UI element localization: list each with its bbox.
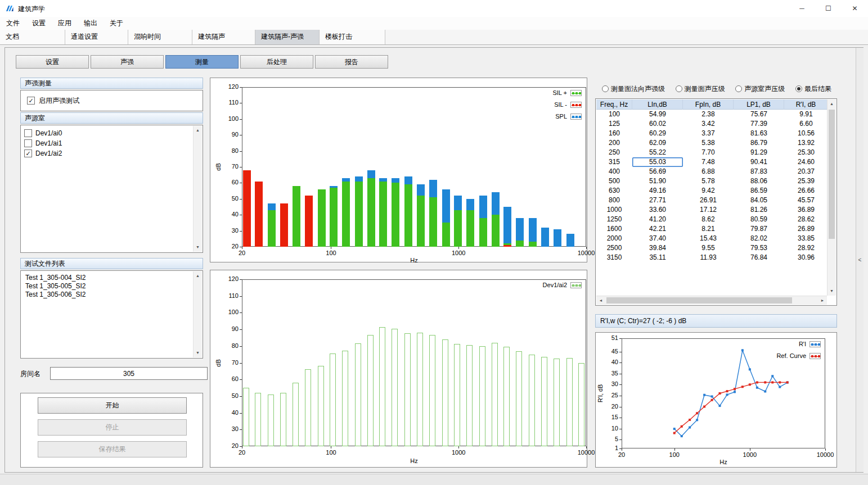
table-cell[interactable]: 8.62 — [683, 215, 734, 224]
channel-item[interactable]: Dev1/ai0 — [21, 128, 203, 138]
tab-floor-impact[interactable]: 楼板打击 — [320, 30, 385, 44]
room-name-input[interactable] — [50, 367, 208, 380]
table-cell[interactable]: 28.92 — [784, 243, 827, 253]
table-cell[interactable]: 54.99 — [632, 110, 683, 119]
table-cell[interactable]: 45.57 — [784, 196, 827, 205]
table-cell[interactable]: 51.90 — [632, 176, 683, 186]
subtab-intensity[interactable]: 声强 — [91, 55, 164, 69]
table-cell[interactable]: 8.21 — [683, 224, 734, 234]
panel-splitter[interactable]: < — [856, 48, 863, 472]
table-cell[interactable]: 77.39 — [734, 119, 784, 129]
table-cell[interactable]: 26.91 — [683, 196, 734, 205]
channel-item[interactable]: ✓Dev1/ai2 — [21, 148, 203, 158]
save-results-button[interactable]: 保存结果 — [38, 441, 187, 457]
table-cell[interactable]: 33.85 — [784, 234, 827, 243]
table-cell[interactable]: 17.12 — [683, 205, 734, 215]
table-cell[interactable]: 10.56 — [784, 129, 827, 138]
table-cell[interactable]: 60.02 — [632, 119, 683, 129]
table-cell[interactable]: 24.60 — [784, 157, 827, 167]
menu-item-about[interactable]: 关于 — [104, 17, 129, 30]
table-cell[interactable]: 90.41 — [734, 157, 784, 167]
menu-item-output[interactable]: 输出 — [78, 17, 104, 30]
scroll-up-icon[interactable]: ▲ — [194, 271, 202, 280]
subtab-postprocessing[interactable]: 后处理 — [240, 55, 313, 69]
table-cell[interactable]: 75.67 — [734, 110, 784, 119]
vertical-scroll-thumb[interactable] — [829, 110, 835, 239]
table-cell[interactable]: 81.63 — [734, 129, 784, 138]
table-cell[interactable]: 41.20 — [632, 215, 683, 224]
table-vertical-scrollbar[interactable]: ▲ ▼ — [827, 99, 836, 296]
table-cell[interactable]: 80.59 — [734, 215, 784, 224]
file-item[interactable]: Test 1_305-005_SI2 — [21, 282, 203, 291]
table-cell[interactable]: 91.29 — [734, 148, 784, 157]
channel-checkbox[interactable] — [24, 129, 32, 137]
tab-airborne-insulation[interactable]: 建筑隔声 — [192, 30, 255, 44]
radio-source-room-spl[interactable]: 声源室声压级 — [735, 84, 785, 94]
table-horizontal-scrollbar[interactable]: ◄ ► — [596, 296, 827, 305]
table-cell[interactable]: 2.38 — [683, 110, 734, 119]
file-item[interactable]: Test 1_305-006_SI2 — [21, 291, 203, 299]
table-cell[interactable]: 87.83 — [734, 167, 784, 176]
table-cell[interactable]: 7.48 — [683, 157, 734, 167]
table-cell[interactable]: 55.22 — [632, 148, 683, 157]
table-cell[interactable]: 25.39 — [784, 176, 827, 186]
minimize-button[interactable]: ─ — [789, 0, 815, 17]
table-cell[interactable]: 62.09 — [632, 138, 683, 148]
table-cell[interactable]: 3.42 — [683, 119, 734, 129]
table-cell[interactable]: 81.26 — [734, 205, 784, 215]
table-cell[interactable]: 39.84 — [632, 243, 683, 253]
enable-intensity-checkbox[interactable]: ✓ — [27, 97, 35, 105]
channel-list-scrollbar[interactable]: ▲ ▼ — [193, 126, 202, 252]
tab-airborne-insulation-intensity[interactable]: 建筑隔声-声强 — [255, 30, 320, 44]
table-cell[interactable]: 3.37 — [683, 129, 734, 138]
table-cell[interactable]: 36.89 — [784, 205, 827, 215]
table-cell[interactable]: 79.53 — [734, 243, 784, 253]
stop-button[interactable]: 停止 — [38, 419, 187, 436]
table-cell[interactable]: 60.29 — [632, 129, 683, 138]
table-cell[interactable]: 84.05 — [734, 196, 784, 205]
table-cell[interactable]: 35.11 — [632, 253, 683, 262]
table-cell[interactable]: 160 — [596, 129, 632, 138]
table-cell[interactable]: 630 — [596, 186, 632, 196]
table-cell[interactable]: 9.42 — [683, 186, 734, 196]
scroll-down-icon[interactable]: ▼ — [194, 348, 202, 357]
scroll-left-icon[interactable]: ◄ — [596, 296, 605, 305]
scroll-down-icon[interactable]: ▼ — [827, 287, 836, 296]
radio-surface-normal-intensity-level[interactable]: 测量面法向声强级 — [602, 84, 665, 94]
scroll-down-icon[interactable]: ▼ — [194, 243, 202, 252]
table-cell[interactable]: 1250 — [596, 215, 632, 224]
scroll-right-icon[interactable]: ► — [818, 296, 827, 305]
table-cell[interactable]: 13.92 — [784, 138, 827, 148]
table-cell[interactable]: 1600 — [596, 224, 632, 234]
menu-item-file[interactable]: 文件 — [0, 17, 26, 30]
table-cell[interactable]: 15.43 — [683, 234, 734, 243]
tab-channel-setup[interactable]: 通道设置 — [65, 30, 128, 44]
table-cell[interactable]: 11.93 — [683, 253, 734, 262]
table-cell[interactable]: 82.02 — [734, 234, 784, 243]
maximize-button[interactable]: ☐ — [815, 0, 842, 17]
table-cell[interactable]: 42.21 — [632, 224, 683, 234]
file-list-scrollbar[interactable]: ▲ ▼ — [193, 271, 202, 357]
table-cell[interactable]: 28.62 — [784, 215, 827, 224]
radio-surface-spl[interactable]: 测量面声压级 — [676, 84, 725, 94]
table-cell[interactable]: 1000 — [596, 205, 632, 215]
start-button[interactable]: 开始 — [38, 397, 187, 414]
table-cell[interactable]: 2500 — [596, 243, 632, 253]
table-cell[interactable]: 88.06 — [734, 176, 784, 186]
table-cell[interactable]: 6.88 — [683, 167, 734, 176]
channel-checkbox[interactable]: ✓ — [24, 149, 32, 157]
table-cell[interactable]: 200 — [596, 138, 632, 148]
horizontal-scroll-thumb[interactable] — [606, 297, 792, 303]
table-cell[interactable]: 55.03 — [632, 157, 683, 167]
table-cell[interactable]: 5.38 — [683, 138, 734, 148]
table-cell[interactable]: 9.55 — [683, 243, 734, 253]
table-cell[interactable]: 250 — [596, 148, 632, 157]
table-cell[interactable]: 500 — [596, 176, 632, 186]
table-cell[interactable]: 37.40 — [632, 234, 683, 243]
close-button[interactable]: ✕ — [842, 0, 868, 17]
table-cell[interactable]: 49.16 — [632, 186, 683, 196]
table-cell[interactable]: 5.78 — [683, 176, 734, 186]
table-cell[interactable]: 25.30 — [784, 148, 827, 157]
table-cell[interactable]: 86.79 — [734, 138, 784, 148]
subtab-report[interactable]: 报告 — [315, 55, 388, 69]
